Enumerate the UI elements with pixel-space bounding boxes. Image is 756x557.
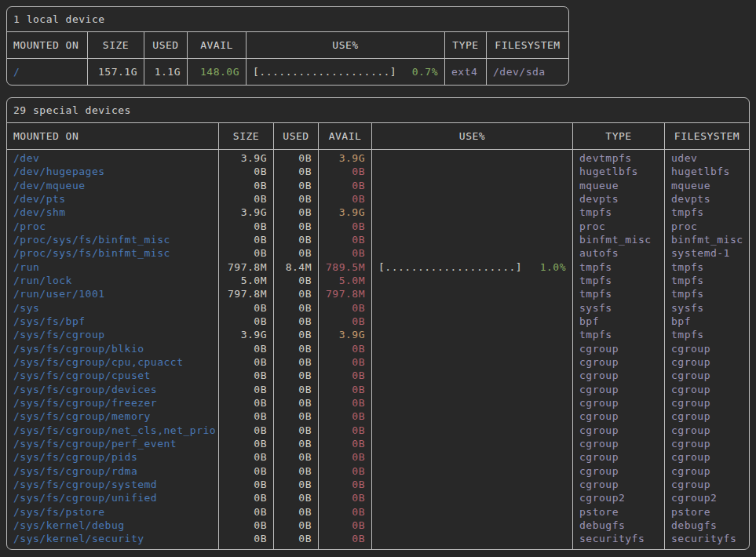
avail-cell: 0B — [319, 519, 371, 532]
filesystem-cell: debugfs — [665, 519, 749, 532]
size-cell: 0B — [219, 505, 273, 519]
size-cell: 797.8M — [219, 287, 273, 300]
mount-cell: /dev/hugepages — [7, 165, 218, 178]
mount-cell: /dev/mqueue — [7, 179, 218, 192]
used-cell: 0B — [274, 206, 318, 219]
size-cell: 0B — [219, 342, 273, 355]
mount-cell: /run/user/1001 — [7, 287, 218, 300]
size-cell: 0B — [219, 424, 273, 437]
used-cell: 0B — [274, 165, 318, 178]
use-cell — [372, 532, 572, 545]
filesystem-cell: proc — [665, 220, 749, 233]
column-header-filesystem: FILESYSTEM — [486, 32, 568, 58]
column-header-use: USE% — [371, 123, 572, 149]
use-cell — [372, 396, 572, 410]
mount-cell: /sys/fs/cgroup/blkio — [7, 342, 218, 355]
used-cell: 0B — [274, 246, 318, 260]
use-cell — [372, 220, 572, 233]
avail-cell: 0B — [319, 342, 371, 355]
used-cell: 0B — [274, 410, 318, 423]
mount-cell: /sys/fs/cgroup/pids — [7, 450, 218, 464]
special-devices-table: 29 special devices MOUNTED ONSIZEUSEDAVA… — [6, 97, 750, 550]
filesystem-cell: cgroup — [665, 355, 749, 369]
filesystem-cell: cgroup — [665, 369, 749, 382]
column-mounted_on: / — [7, 59, 87, 85]
filesystem-cell: binfmt_misc — [665, 233, 749, 246]
mount-cell: /sys/fs/cgroup/freezer — [7, 396, 218, 410]
avail-cell: 0B — [319, 396, 371, 410]
filesystem-cell: cgroup — [665, 342, 749, 355]
avail-cell: 797.8M — [319, 287, 371, 300]
column-type: ext4 — [444, 59, 486, 85]
column-header-mounted_on: MOUNTED ON — [7, 123, 218, 149]
type-cell: securityfs — [573, 532, 664, 545]
filesystem-cell: cgroup — [665, 410, 749, 423]
mount-cell: /run/lock — [7, 274, 218, 287]
type-cell: tmpfs — [573, 260, 664, 274]
avail-cell: 0B — [319, 505, 371, 519]
used-cell: 0B — [274, 287, 318, 300]
used-cell: 0B — [274, 301, 318, 315]
use-cell: [....................]1.0% — [372, 260, 572, 274]
filesystem-cell: cgroup — [665, 450, 749, 464]
avail-cell: 0B — [319, 315, 371, 328]
avail-cell: 0B — [319, 491, 371, 504]
use-cell — [372, 450, 572, 464]
mount-cell: /sys/fs/bpf — [7, 315, 218, 328]
local-devices-header-row: MOUNTED ONSIZEUSEDAVAILUSE%TYPEFILESYSTE… — [7, 32, 568, 59]
filesystem-cell: cgroup — [665, 396, 749, 410]
type-cell: pstore — [573, 505, 664, 519]
column-header-size: SIZE — [218, 123, 273, 149]
mount-cell: /sys/kernel/debug — [7, 519, 218, 532]
used-cell: 0B — [274, 519, 318, 532]
use-cell — [372, 165, 572, 178]
type-cell: binfmt_misc — [573, 233, 664, 246]
filesystem-cell: tmpfs — [665, 328, 749, 341]
use-cell — [372, 246, 572, 260]
special-devices-body: /dev/dev/hugepages/dev/mqueue/dev/pts/de… — [7, 150, 749, 549]
used-cell: 1.1G — [144, 59, 187, 85]
used-cell: 0B — [274, 151, 318, 165]
used-cell: 0B — [274, 220, 318, 233]
size-cell: 0B — [219, 315, 273, 328]
use-cell — [372, 328, 572, 341]
column-header-filesystem: FILESYSTEM — [664, 123, 749, 149]
size-cell: 3.9G — [219, 206, 273, 219]
size-cell: 0B — [219, 165, 273, 178]
mount-cell: /dev/pts — [7, 192, 218, 206]
type-cell: devtmpfs — [573, 151, 664, 165]
size-cell: 0B — [219, 233, 273, 246]
avail-cell: 0B — [319, 383, 371, 396]
size-cell: 0B — [219, 478, 273, 491]
filesystem-cell: tmpfs — [665, 260, 749, 274]
type-cell: cgroup — [573, 383, 664, 396]
use-cell — [372, 151, 572, 165]
column-mounted_on: /dev/dev/hugepages/dev/mqueue/dev/pts/de… — [7, 150, 218, 549]
avail-cell: 0B — [319, 179, 371, 192]
use-cell — [372, 369, 572, 382]
column-avail: 3.9G0B0B0B3.9G0B0B0B789.5M5.0M797.8M0B0B… — [318, 150, 371, 549]
used-cell: 0B — [274, 328, 318, 341]
column-header-used: USED — [144, 32, 187, 58]
size-cell: 0B — [219, 192, 273, 206]
mount-cell: /sys/fs/cgroup/rdma — [7, 464, 218, 478]
used-cell: 0B — [274, 383, 318, 396]
mount-cell: /sys/fs/cgroup — [7, 328, 218, 341]
size-cell: 797.8M — [219, 260, 273, 274]
size-cell: 0B — [219, 179, 273, 192]
use-cell — [372, 206, 572, 219]
type-cell: tmpfs — [573, 287, 664, 300]
filesystem-cell: cgroup — [665, 437, 749, 450]
filesystem-cell: cgroup — [665, 464, 749, 478]
use-bar: [....................] — [378, 260, 522, 274]
special-devices-title: 29 special devices — [7, 98, 749, 123]
used-cell: 0B — [274, 274, 318, 287]
avail-cell: 0B — [319, 424, 371, 437]
size-cell: 0B — [219, 450, 273, 464]
used-cell: 0B — [274, 355, 318, 369]
type-cell: sysfs — [573, 301, 664, 315]
type-cell: cgroup2 — [573, 491, 664, 504]
column-type: devtmpfshugetlbfsmqueuedevptstmpfsprocbi… — [572, 150, 664, 549]
filesystem-cell: /dev/sda — [487, 59, 568, 85]
column-filesystem: udevhugetlbfsmqueuedevptstmpfsprocbinfmt… — [664, 150, 749, 549]
